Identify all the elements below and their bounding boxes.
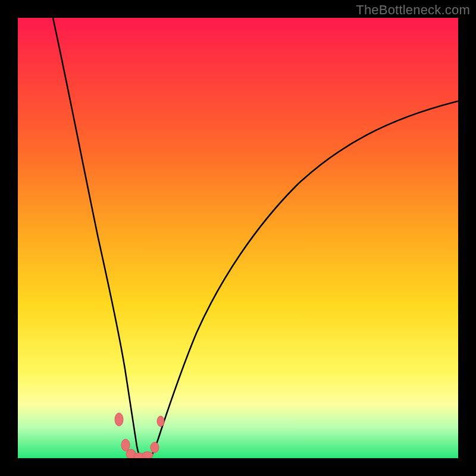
chart-svg <box>18 18 458 458</box>
valley-marker <box>157 416 164 427</box>
left-curve <box>53 18 141 458</box>
valley-marker <box>142 452 153 458</box>
valley-marker <box>151 442 159 453</box>
valley-marker <box>115 413 123 426</box>
watermark-text: TheBottleneck.com <box>356 2 470 18</box>
outer-frame: TheBottleneck.com <box>0 0 476 476</box>
right-curve <box>150 101 458 458</box>
valley-marker <box>121 439 130 451</box>
